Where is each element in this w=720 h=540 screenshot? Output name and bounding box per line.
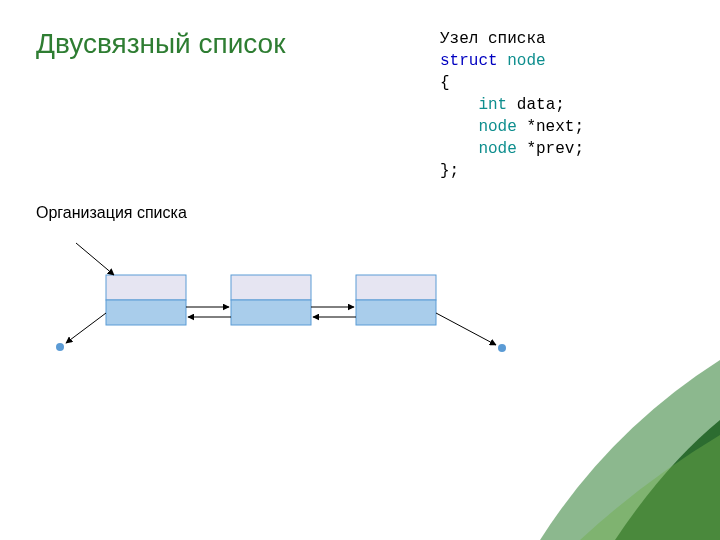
code-line-1: struct node: [440, 50, 584, 72]
code-line-6: };: [440, 160, 584, 182]
head-arrow: [76, 243, 114, 275]
list-node: [356, 275, 436, 325]
diagram-caption: Организация списка: [36, 204, 187, 222]
svg-rect-5: [356, 300, 436, 325]
svg-rect-1: [106, 300, 186, 325]
svg-rect-2: [231, 275, 311, 300]
linked-list-diagram: [36, 235, 556, 395]
code-block: Узел списка struct node { int data; node…: [440, 28, 584, 182]
null-prev-arrow: [66, 313, 106, 343]
code-line-4: node *next;: [440, 116, 584, 138]
list-node: [231, 275, 311, 325]
code-line-3: int data;: [440, 94, 584, 116]
slide: Двусвязный список Узел списка struct nod…: [0, 0, 720, 540]
svg-rect-4: [356, 275, 436, 300]
svg-rect-3: [231, 300, 311, 325]
code-line-2: {: [440, 72, 584, 94]
slide-title: Двусвязный список: [36, 28, 285, 60]
svg-rect-0: [106, 275, 186, 300]
list-node: [106, 275, 186, 325]
code-caption: Узел списка: [440, 28, 584, 50]
null-marker: [498, 344, 506, 352]
null-marker: [56, 343, 64, 351]
code-line-5: node *prev;: [440, 138, 584, 160]
null-next-arrow: [436, 313, 496, 345]
